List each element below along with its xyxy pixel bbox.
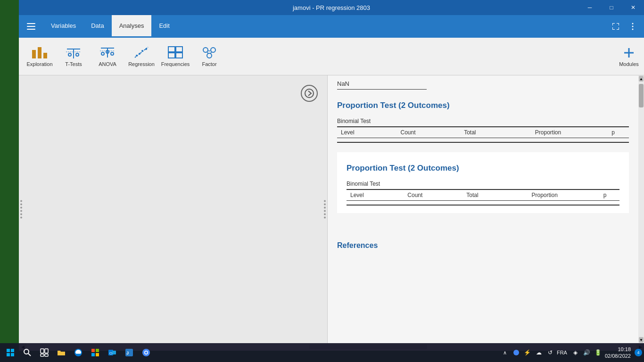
toolbar-exploration[interactable]: Exploration	[23, 40, 57, 74]
proportion-test-section-2: Proportion Test (2 Outcomes) Binomial Te…	[337, 152, 629, 213]
chrome-button[interactable]	[138, 344, 155, 361]
col-p-2: p	[590, 189, 619, 201]
left-drag-handle[interactable]	[19, 198, 24, 221]
exploration-label: Exploration	[26, 61, 52, 67]
svg-rect-50	[45, 349, 48, 353]
svg-rect-32	[168, 53, 175, 58]
right-drag-handle[interactable]	[322, 198, 327, 221]
results-content: NaN Proportion Test (2 Outcomes) Binomia…	[328, 75, 638, 255]
hamburger-menu[interactable]	[23, 18, 40, 35]
svg-point-66	[513, 350, 519, 355]
svg-point-65	[145, 352, 148, 354]
svg-point-42	[305, 89, 314, 98]
svg-rect-31	[176, 47, 182, 52]
svg-rect-52	[45, 354, 48, 356]
clock-date: 02/08/2022	[605, 353, 631, 359]
col-proportion-2: Proportion	[499, 189, 590, 201]
svg-line-48	[28, 354, 31, 356]
jamovi-taskbar-button[interactable]: J	[121, 344, 138, 361]
task-view-button[interactable]	[36, 344, 53, 361]
svg-rect-7	[619, 27, 619, 30]
clock-time: 10:18	[605, 346, 631, 353]
chevron-up-icon[interactable]: ∧	[500, 348, 510, 357]
binomial-table-2: Level Count Total Proportion p	[347, 189, 619, 206]
vertical-scrollbar[interactable]: ▲ ▼	[638, 75, 644, 343]
svg-point-8	[632, 23, 634, 25]
col-count-2: Count	[384, 189, 446, 201]
sync-icon[interactable]: ↺	[545, 348, 555, 357]
anova-label: ANOVA	[99, 61, 116, 67]
store-button[interactable]	[87, 344, 104, 361]
menu-bar: Variables Data Analyses Edit	[19, 15, 644, 38]
tab-analyses[interactable]: Analyses	[112, 15, 152, 38]
toolbar-frequencies[interactable]: Frequencies	[158, 40, 192, 74]
regression-label: Regression	[128, 61, 155, 67]
notification-badge[interactable]: 4	[635, 349, 642, 356]
frequencies-label: Frequencies	[161, 61, 190, 67]
menu-right-controls	[608, 19, 640, 34]
svg-point-10	[632, 29, 634, 30]
taskbar-right: ∧ ⚡ ☁ ↺ FRA ◈ 🔊 🔋 10:18 02/08/2022 4	[500, 346, 642, 360]
app-window: jamovi - PR regression 2803 ─ □ ✕ Variab…	[19, 0, 644, 343]
svg-rect-3	[619, 23, 619, 25]
toolbar-regression[interactable]: Regression	[124, 40, 158, 74]
svg-text:O: O	[109, 351, 112, 355]
svg-rect-46	[11, 353, 14, 356]
svg-point-35	[211, 48, 215, 52]
maximize-button[interactable]: □	[601, 0, 622, 15]
svg-point-16	[68, 53, 71, 56]
search-button[interactable]	[19, 344, 36, 361]
title-bar-controls: ─ □ ✕	[579, 0, 644, 15]
toolbar-anova[interactable]: ANOVA	[91, 40, 124, 74]
svg-rect-5	[612, 27, 613, 30]
toolbar-right: Modules	[618, 45, 640, 68]
svg-point-29	[145, 48, 147, 50]
bluetooth-icon[interactable]: ⚡	[523, 348, 532, 357]
svg-rect-12	[38, 47, 41, 58]
modules-button[interactable]: Modules	[618, 45, 640, 68]
svg-point-9	[632, 26, 634, 27]
col-level-2: Level	[347, 189, 384, 201]
battery-icon[interactable]: 🔋	[594, 348, 603, 357]
edge-browser-button[interactable]	[70, 344, 87, 361]
toolbar: Exploration T-Tests ANOVA	[19, 38, 644, 75]
svg-rect-59	[112, 351, 116, 354]
main-content: NaN Proportion Test (2 Outcomes) Binomia…	[19, 75, 644, 343]
scroll-thumb[interactable]	[639, 84, 644, 107]
chrome-tray-icon[interactable]	[512, 348, 521, 357]
nan-underline	[337, 89, 427, 90]
close-button[interactable]: ✕	[622, 0, 644, 15]
wifi-icon[interactable]: ◈	[571, 348, 580, 357]
nan-value: NaN	[337, 80, 629, 87]
left-panel	[19, 75, 328, 343]
start-button[interactable]	[2, 344, 19, 361]
system-clock[interactable]: 10:18 02/08/2022	[605, 346, 631, 360]
cloud-icon[interactable]: ☁	[534, 348, 544, 357]
section-title-2: Proportion Test (2 Outcomes)	[347, 164, 619, 173]
svg-point-28	[141, 50, 143, 52]
svg-rect-43	[7, 349, 10, 352]
more-options-button[interactable]	[625, 19, 640, 34]
toolbar-ttests[interactable]: T-Tests	[57, 40, 91, 74]
outlook-button[interactable]: O	[104, 344, 121, 361]
tab-data[interactable]: Data	[83, 15, 111, 38]
toolbar-factor[interactable]: Factor	[192, 40, 226, 74]
table-row	[347, 201, 619, 206]
language-indicator[interactable]: FRA	[557, 350, 567, 355]
file-explorer-button[interactable]	[53, 344, 70, 361]
svg-rect-55	[96, 349, 99, 352]
minimize-button[interactable]: ─	[579, 0, 601, 15]
taskbar: O J ∧ ⚡ ☁ ↺ FRA ◈ 🔊 🔋 10:18 02/08/2022	[0, 343, 644, 362]
col-level-1: Level	[337, 127, 375, 138]
fullscreen-button[interactable]	[608, 19, 623, 34]
ttests-label: T-Tests	[65, 61, 82, 67]
table-row	[337, 138, 629, 143]
tab-variables[interactable]: Variables	[43, 15, 83, 38]
volume-icon[interactable]: 🔊	[582, 348, 592, 357]
svg-point-36	[207, 53, 212, 58]
svg-point-27	[139, 53, 140, 55]
tab-edit[interactable]: Edit	[151, 15, 177, 38]
svg-rect-56	[91, 353, 95, 356]
svg-rect-45	[7, 353, 10, 356]
navigate-right-button[interactable]	[301, 85, 318, 102]
